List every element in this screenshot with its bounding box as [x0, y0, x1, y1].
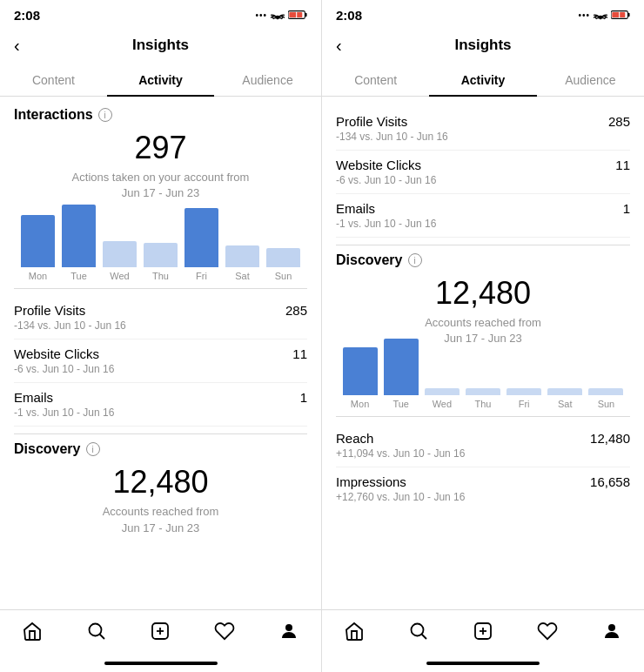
phone-left: 2:08 ••• ‹ Insights [0, 0, 322, 672]
stat-profile-visits-label-right: Profile Visits [336, 114, 407, 129]
nav-heart-left[interactable] [204, 617, 245, 645]
dbar-wed-label-right: Wed [433, 399, 452, 409]
dots-right: ••• [578, 10, 590, 20]
header-title-left: Insights [132, 37, 189, 54]
stat-profile-visits-value-right: 285 [608, 114, 630, 129]
home-bar-right [426, 662, 540, 665]
nav-home-right[interactable] [333, 617, 375, 645]
dbar-mon-label-right: Mon [351, 399, 369, 409]
discovery-title-left: Discovery [14, 441, 81, 457]
stat-website-clicks-value-right: 11 [615, 158, 630, 172]
tab-audience-right[interactable]: Audience [537, 64, 644, 96]
wifi-icon-left [271, 10, 285, 20]
battery-icon-right [611, 10, 630, 20]
bar-fri-fill-left [184, 208, 219, 267]
stat-impressions-sub-right: +12,760 vs. Jun 10 - Jun 16 [336, 491, 630, 503]
phone-right: 2:08 ••• ‹ Insights [322, 0, 644, 672]
bar-mon-label-left: Mon [29, 271, 47, 281]
bottom-nav-right [322, 609, 644, 655]
divider-discovery-left [14, 433, 307, 434]
discovery-big-number-right: 12,480 [336, 275, 630, 312]
nav-add-right[interactable] [462, 617, 504, 645]
svg-rect-12 [612, 12, 625, 17]
svg-rect-2 [289, 12, 302, 17]
dbar-sun-fill-right [588, 388, 623, 395]
stat-reach-right: Reach 12,480 +11,094 vs. Jun 10 - Jun 16 [336, 424, 630, 467]
nav-heart-right[interactable] [527, 617, 568, 645]
bar-sun-left: Sun [263, 248, 304, 281]
stat-impressions-right: Impressions 16,658 +12,760 vs. Jun 10 - … [336, 467, 630, 510]
heart-icon-left [214, 621, 235, 642]
discovery-sub-left: Accounts reached fromJun 17 - Jun 23 [14, 504, 307, 535]
dbar-fri-right: Fri [504, 388, 545, 409]
tabs-right: Content Activity Audience [322, 64, 644, 97]
bar-tue-left: Tue [58, 205, 99, 281]
back-button-left[interactable]: ‹ [14, 36, 20, 56]
header-right: ‹ Insights [322, 26, 644, 64]
bar-tue-label-left: Tue [70, 271, 87, 281]
discovery-info-icon-left[interactable]: i [86, 442, 100, 456]
status-icons-left: ••• [255, 10, 307, 20]
discovery-section-left: Discovery i 12,480 Accounts reached from… [14, 441, 307, 535]
tab-activity-right[interactable]: Activity [429, 64, 536, 96]
dbar-tue-right: Tue [380, 339, 421, 409]
svg-point-4 [89, 623, 101, 635]
discovery-header-left: Discovery i [14, 441, 307, 457]
home-bar-left [104, 662, 218, 665]
bar-fri-left: Fri [181, 208, 222, 281]
bar-sat-label-left: Sat [235, 271, 250, 281]
add-icon-left [150, 621, 171, 642]
discovery-info-icon-right[interactable]: i [408, 253, 422, 267]
interactions-chart-left: Mon Tue Wed Thu Fri [14, 212, 307, 281]
home-icon-left [22, 621, 43, 642]
dbar-mon-right: Mon [339, 347, 380, 409]
dbar-tue-label-right: Tue [392, 399, 409, 409]
wifi-icon-right [594, 10, 607, 20]
interactions-info-icon-left[interactable]: i [98, 108, 112, 122]
stat-profile-visits-sub-right: -134 vs. Jun 10 - Jun 16 [336, 131, 630, 143]
status-bar-right: 2:08 ••• [322, 0, 644, 26]
battery-icon-left [288, 10, 307, 20]
dbar-wed-right: Wed [421, 388, 462, 409]
nav-profile-right[interactable] [591, 617, 633, 645]
nav-search-right[interactable] [398, 617, 439, 645]
dbar-fri-fill-right [506, 388, 541, 395]
svg-point-9 [285, 624, 292, 631]
search-icon-left [86, 621, 107, 642]
nav-search-left[interactable] [76, 617, 117, 645]
discovery-header-right: Discovery i [336, 252, 630, 268]
bar-mon-fill-left [21, 215, 56, 267]
content-left: Interactions i 297 Actions taken on your… [0, 97, 321, 609]
bottom-nav-left [0, 609, 321, 655]
bar-sun-fill-left [266, 248, 301, 267]
time-right: 2:08 [336, 8, 362, 23]
dbar-thu-label-right: Thu [475, 399, 492, 409]
tab-activity-left[interactable]: Activity [107, 64, 214, 96]
discovery-section-right: Discovery i 12,480 Accounts reached from… [336, 252, 630, 510]
nav-home-left[interactable] [11, 617, 53, 645]
divider-discovery-right [336, 245, 630, 245]
phones-container: 2:08 ••• ‹ Insights [0, 0, 644, 672]
svg-point-19 [608, 624, 615, 631]
stat-website-clicks-right: Website Clicks 11 -6 vs. Jun 10 - Jun 16 [336, 151, 630, 194]
dbar-thu-fill-right [466, 388, 500, 395]
bar-thu-label-left: Thu [152, 271, 169, 281]
dbar-sun-label-right: Sun [598, 399, 615, 409]
stat-reach-value-right: 12,480 [590, 431, 630, 446]
stat-website-clicks-sub-left: -6 vs. Jun 10 - Jun 16 [14, 363, 307, 375]
nav-add-left[interactable] [139, 617, 181, 645]
tab-audience-left[interactable]: Audience [214, 64, 321, 96]
dbar-sat-fill-right [547, 388, 582, 395]
dbar-thu-right: Thu [462, 388, 503, 409]
status-icons-right: ••• [578, 10, 630, 20]
bar-sun-label-left: Sun [275, 271, 292, 281]
tab-content-left[interactable]: Content [0, 64, 107, 96]
tab-content-right[interactable]: Content [322, 64, 429, 96]
stat-website-clicks-label-right: Website Clicks [336, 158, 421, 172]
nav-profile-left[interactable] [268, 617, 310, 645]
back-button-right[interactable]: ‹ [336, 36, 342, 56]
discovery-chart-right: Mon Tue Wed Thu [336, 357, 630, 409]
stat-emails-sub-left: -1 vs. Jun 10 - Jun 16 [14, 407, 307, 419]
svg-rect-11 [628, 13, 630, 17]
profile-icon-right [601, 621, 622, 642]
